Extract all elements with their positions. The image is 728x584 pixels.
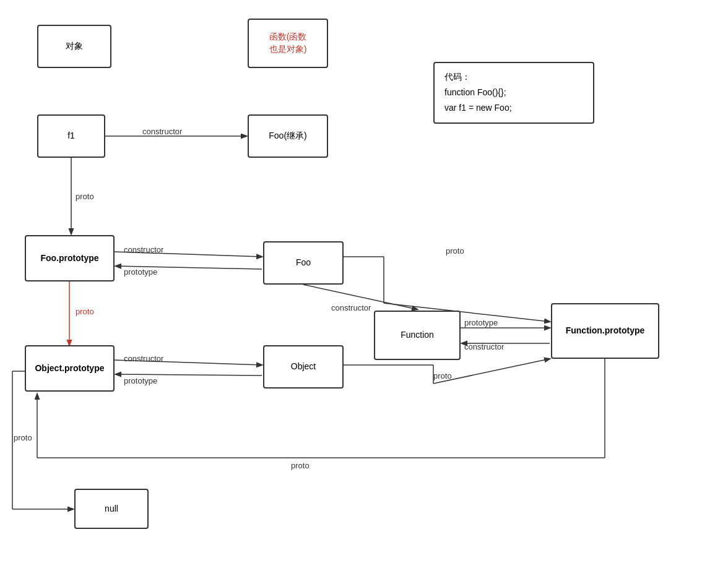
null-box: null [74,489,149,529]
hanshu-label: 函数(函数 也是对象) [269,31,307,55]
code-box: 代码： function Foo(){}; var f1 = new Foo; [433,62,594,124]
code-line1: function Foo(){}; [444,85,583,100]
foo-label: Foo [296,257,311,269]
code-line2: var f1 = new Foo; [444,100,583,116]
diagram: Foo(inherit): right from f1 to foo_inher… [0,0,728,584]
object-prototype-box: Object.prototype [25,345,115,392]
hanshu-box: 函数(函数 也是对象) [248,19,328,68]
label-proto-fnp: proto [291,461,310,470]
label-constructor-f1: constructor [142,127,182,136]
duixiang-label: 对象 [66,40,83,53]
foo-box: Foo [263,241,344,285]
f1-label: f1 [67,130,75,142]
duixiang-box: 对象 [37,25,111,68]
object-box: Object [263,345,344,389]
label-prototype-fn: prototype [464,318,498,327]
label-prototype-obj: prototype [124,376,157,385]
label-constructor-op: constructor [124,354,163,363]
label-constructor-fnp: constructor [464,342,504,351]
foo-inherit-box: Foo(继承) [248,114,328,158]
foo-prototype-box: Foo.prototype [25,235,115,281]
svg-line-12 [116,374,262,376]
label-constructor-fp: constructor [124,245,163,254]
foo-inherit-label: Foo(继承) [269,130,306,142]
label-proto-foop: proto [76,307,94,316]
label-proto-foo: proto [446,246,464,256]
object-prototype-label: Object.prototype [35,363,104,375]
foo-prototype-label: Foo.prototype [40,252,98,265]
code-title: 代码： [444,69,583,85]
label-proto-objp: proto [14,433,32,442]
function-box: Function [374,311,461,360]
f1-box: f1 [37,114,105,158]
object-label: Object [291,361,316,373]
function-prototype-box: Function.prototype [551,303,659,359]
function-prototype-label: Function.prototype [566,325,645,337]
label-prototype-foo: prototype [124,267,157,277]
label-proto-f1: proto [76,192,94,201]
null-label: null [105,503,118,515]
label-proto-obj: proto [433,371,452,380]
label-constructor-foo-fn: constructor [331,303,371,312]
function-label: Function [401,329,434,341]
